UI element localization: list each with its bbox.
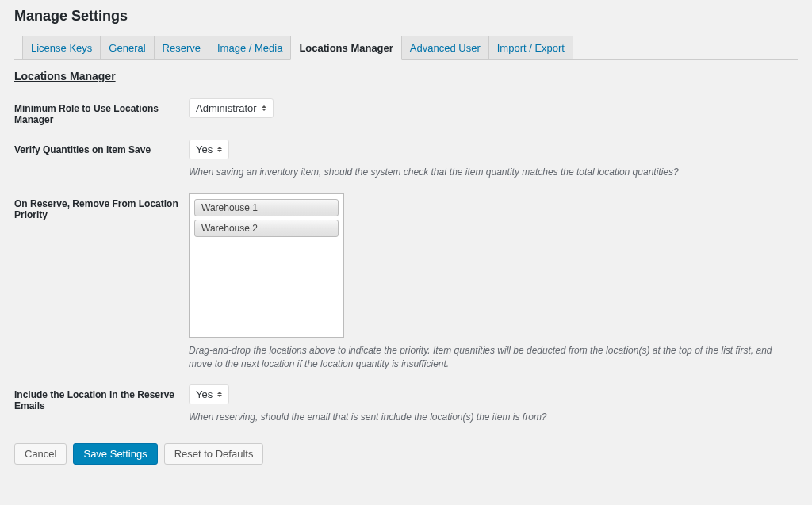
- location-priority-list[interactable]: Warehouse 1 Warehouse 2: [189, 193, 344, 338]
- cancel-button[interactable]: Cancel: [14, 443, 67, 465]
- verify-quantities-value: Yes: [196, 143, 213, 155]
- button-row: Cancel Save Settings Reset to Defaults: [14, 443, 798, 465]
- include-location-emails-help: When reserving, should the email that is…: [189, 411, 798, 424]
- tab-license-keys[interactable]: License Keys: [22, 36, 101, 59]
- location-priority-label: On Reserve, Remove From Location Priorit…: [14, 193, 189, 220]
- include-location-emails-select[interactable]: Yes: [189, 384, 229, 404]
- reset-button[interactable]: Reset to Defaults: [164, 443, 264, 465]
- tab-reserve[interactable]: Reserve: [154, 36, 209, 59]
- select-caret-icon: [217, 392, 222, 397]
- min-role-label: Minimum Role to Use Locations Manager: [14, 98, 189, 125]
- tab-locations-manager[interactable]: Locations Manager: [290, 36, 401, 60]
- select-caret-icon: [217, 147, 222, 152]
- sortable-item[interactable]: Warehouse 1: [194, 199, 339, 216]
- page-title: Manage Settings: [14, 8, 798, 25]
- select-caret-icon: [262, 105, 266, 111]
- tab-advanced-user[interactable]: Advanced User: [401, 36, 489, 59]
- save-button[interactable]: Save Settings: [73, 443, 157, 465]
- tabs-container: License Keys General Reserve Image / Med…: [14, 36, 798, 60]
- verify-quantities-help: When saving an inventory item, should th…: [189, 166, 798, 179]
- min-role-value: Administrator: [196, 102, 257, 114]
- verify-quantities-label: Verify Quantities on Item Save: [14, 140, 189, 155]
- tab-general[interactable]: General: [100, 36, 154, 59]
- sortable-item[interactable]: Warehouse 2: [194, 220, 339, 237]
- min-role-select[interactable]: Administrator: [189, 98, 274, 118]
- location-priority-help: Drag-and-drop the locations above to ind…: [189, 344, 798, 371]
- verify-quantities-select[interactable]: Yes: [189, 140, 229, 159]
- tab-import-export[interactable]: Import / Export: [488, 36, 573, 59]
- tab-image-media[interactable]: Image / Media: [209, 36, 291, 59]
- section-heading: Locations Manager: [14, 70, 798, 82]
- include-location-emails-label: Include the Location in the Reserve Emai…: [14, 384, 189, 411]
- include-location-emails-value: Yes: [196, 388, 213, 400]
